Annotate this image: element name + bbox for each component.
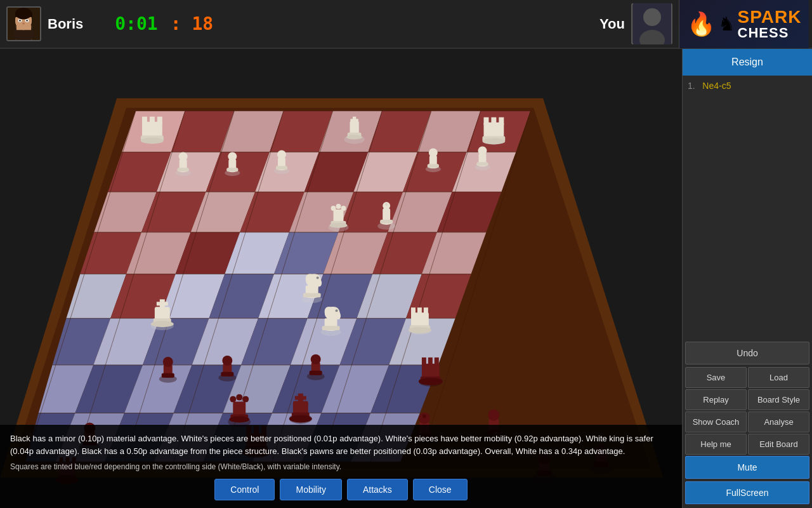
- svg-point-107: [151, 321, 174, 327]
- load-button[interactable]: Load: [748, 367, 809, 388]
- timer-separator: : 18: [171, 13, 213, 34]
- squares-hint: Squares are tinted blue/red depending on…: [10, 461, 672, 472]
- svg-point-133: [311, 354, 321, 364]
- mute-button[interactable]: Mute: [685, 456, 809, 479]
- analysis-text: Black has a minor (0.10p) material advan…: [10, 432, 672, 457]
- save-button[interactable]: Save: [685, 367, 747, 388]
- attacks-button[interactable]: Attacks: [347, 479, 408, 500]
- svg-rect-112: [322, 326, 340, 330]
- svg-point-149: [229, 416, 249, 422]
- svg-point-47: [331, 206, 336, 211]
- edit-board-button[interactable]: Edit Board: [748, 434, 809, 455]
- svg-point-64: [141, 138, 164, 144]
- logo-area: 🔥 ♞ SPARK CHESS: [679, 0, 809, 48]
- fullscreen-button[interactable]: FullScreen: [685, 481, 809, 504]
- bottom-buttons: Undo Save Load Replay Board Style Show C…: [683, 339, 812, 508]
- svg-point-75: [179, 152, 188, 161]
- svg-point-172: [422, 415, 426, 418]
- svg-rect-106: [157, 302, 168, 305]
- coach-analyse-row: Show Coach Analyse: [685, 411, 809, 432]
- svg-rect-116: [417, 307, 422, 314]
- main: Black has a minor (0.10p) material advan…: [0, 49, 812, 508]
- svg-rect-139: [435, 358, 439, 366]
- save-load-row: Save Load: [685, 367, 809, 388]
- svg-rect-134: [310, 371, 322, 375]
- svg-rect-69: [499, 117, 504, 125]
- timer-green: 0:01: [115, 13, 157, 34]
- player-left: Boris: [0, 6, 89, 41]
- player-name-boris: Boris: [48, 16, 83, 32]
- undo-button[interactable]: Undo: [685, 342, 809, 364]
- header: Boris 0:01 : 18 You 🔥 ♞: [0, 0, 812, 49]
- avatar-you: [631, 3, 672, 44]
- svg-point-11: [22, 23, 25, 25]
- svg-rect-57: [380, 220, 393, 224]
- player-name-you: You: [599, 16, 625, 32]
- svg-point-177: [488, 410, 499, 421]
- info-overlay: Black has a minor (0.10p) material advan…: [0, 425, 682, 508]
- svg-point-9: [19, 20, 21, 22]
- svg-point-14: [643, 8, 661, 26]
- mobility-button[interactable]: Mobility: [280, 479, 341, 500]
- svg-rect-137: [422, 358, 426, 366]
- svg-point-56: [385, 203, 388, 206]
- control-button[interactable]: Control: [214, 479, 275, 500]
- svg-rect-86: [276, 166, 287, 170]
- svg-point-146: [236, 394, 242, 401]
- svg-rect-81: [226, 168, 238, 171]
- move-notation: Ne4-c5: [702, 81, 731, 91]
- svg-rect-129: [221, 372, 233, 377]
- timer-area: 0:01 : 18: [115, 13, 213, 34]
- svg-point-100: [317, 277, 319, 279]
- logo-text: SPARK CHESS: [738, 8, 802, 40]
- svg-point-85: [277, 150, 286, 159]
- move-number: 1.: [688, 81, 695, 91]
- svg-rect-96: [477, 162, 488, 166]
- svg-point-49: [341, 206, 346, 211]
- svg-rect-124: [162, 373, 174, 378]
- svg-point-119: [409, 327, 431, 333]
- svg-rect-67: [483, 117, 488, 125]
- svg-point-71: [482, 138, 505, 145]
- svg-rect-42: [350, 119, 358, 121]
- avatar-boris: [6, 6, 41, 41]
- svg-point-95: [478, 146, 487, 155]
- svg-point-80: [228, 152, 237, 161]
- svg-rect-115: [411, 307, 416, 314]
- timer-orange: 18: [192, 13, 213, 34]
- svg-point-147: [242, 396, 249, 403]
- svg-rect-101: [303, 293, 321, 297]
- svg-point-123: [163, 357, 173, 367]
- svg-rect-12: [16, 25, 31, 30]
- svg-rect-6: [15, 12, 32, 17]
- replay-button[interactable]: Replay: [685, 389, 747, 410]
- svg-point-10: [26, 20, 28, 22]
- help-me-button[interactable]: Help me: [685, 434, 747, 455]
- svg-point-48: [336, 204, 341, 209]
- svg-point-155: [289, 415, 312, 423]
- replay-boardstyle-row: Replay Board Style: [685, 389, 809, 410]
- svg-rect-62: [157, 117, 162, 124]
- show-coach-button[interactable]: Show Coach: [685, 411, 747, 432]
- resign-button[interactable]: Resign: [683, 49, 812, 76]
- svg-rect-138: [428, 358, 433, 366]
- svg-point-111: [336, 309, 338, 312]
- svg-rect-154: [295, 396, 306, 400]
- svg-rect-76: [178, 168, 189, 171]
- svg-rect-91: [428, 164, 439, 168]
- svg-rect-61: [150, 117, 155, 124]
- sidebar: Resign 1. Ne4-c5 Undo Save Load Replay B…: [682, 49, 812, 508]
- helpme-editboard-row: Help me Edit Board: [685, 434, 809, 455]
- svg-point-145: [230, 396, 236, 403]
- analyse-button[interactable]: Analyse: [748, 411, 809, 432]
- svg-point-51: [330, 223, 348, 228]
- svg-point-128: [222, 356, 232, 366]
- close-button[interactable]: Close: [413, 479, 468, 500]
- svg-rect-117: [424, 307, 428, 314]
- overlay-buttons: Control Mobility Attacks Close: [10, 479, 672, 503]
- board-style-button[interactable]: Board Style: [748, 389, 809, 410]
- svg-rect-60: [142, 117, 147, 124]
- moves-area: 1. Ne4-c5: [683, 76, 812, 339]
- svg-rect-68: [491, 117, 496, 125]
- svg-point-90: [429, 148, 438, 157]
